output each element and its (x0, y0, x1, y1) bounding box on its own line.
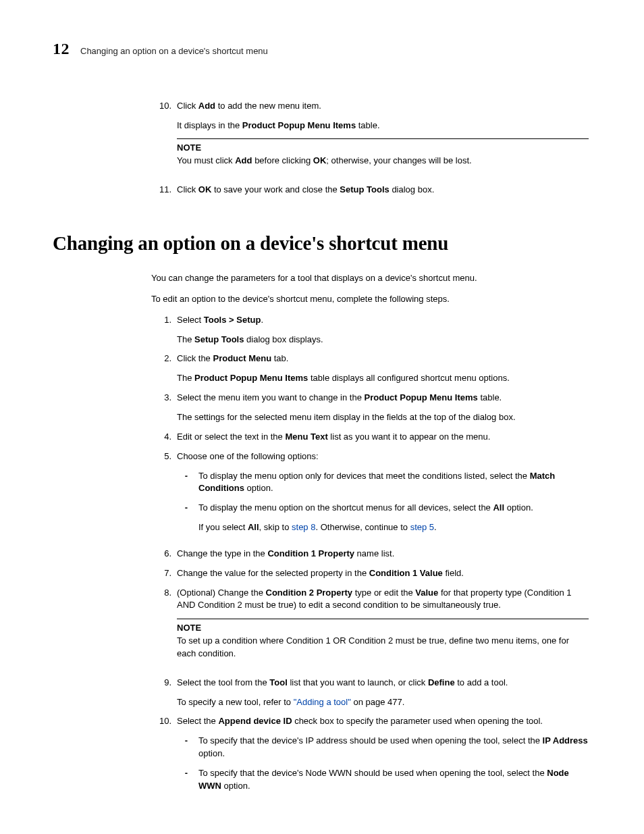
link-adding-a-tool[interactable]: "Adding a tool" (294, 697, 351, 707)
step-8: 8. (Optional) Change the Condition 2 Pro… (151, 587, 589, 670)
step-7: 7. Change the value for the selected pro… (151, 567, 589, 580)
step-4: 4. Edit or select the text in the Menu T… (151, 431, 589, 444)
text: Choose one of the following options: (177, 451, 319, 461)
sub: If you select All, skip to step 8. Other… (198, 521, 589, 534)
link-step-5[interactable]: step 5 (410, 522, 434, 532)
step-9: 9. Select the tool from the Tool list th… (151, 677, 589, 709)
step-number: 10. (151, 100, 177, 113)
sub: The Setup Tools dialog box displays. (177, 334, 589, 346)
steps-list: 1. Select Tools > Setup. The Setup Tools… (151, 314, 589, 800)
step-3: 3. Select the menu item you want to chan… (151, 392, 589, 424)
text: Click Add to add the new menu item. (177, 101, 321, 111)
step-number: 11. (151, 184, 177, 197)
step-number: 8. (151, 587, 177, 600)
intro-p1: You can change the parameters for a tool… (151, 272, 589, 285)
step-6: 6. Change the type in the Condition 1 Pr… (151, 548, 589, 561)
note-label: NOTE (177, 142, 589, 155)
note-text: You must click Add before clicking OK; o… (177, 155, 589, 167)
step-2: 2. Click the Product Menu tab. The Produ… (151, 353, 589, 385)
prior-step-11: 11. Click OK to save your work and close… (151, 184, 589, 197)
step-5: 5. Choose one of the following options: … (151, 450, 589, 541)
note-block: NOTE You must click Add before clicking … (177, 138, 589, 167)
sub: To specify a new tool, refer to "Adding … (177, 696, 589, 709)
section-heading: Changing an option on a device's shortcu… (53, 229, 589, 257)
step-10-bullets: - To specify that the device's IP addres… (177, 735, 589, 792)
bullet: - To display the menu option on the shor… (177, 502, 589, 534)
step-10: 10. Select the Append device ID check bo… (151, 715, 589, 799)
step-1: 1. Select Tools > Setup. The Setup Tools… (151, 314, 589, 346)
note-text: To set up a condition where Condition 1 … (177, 635, 589, 660)
bullet: - To display the menu option only for de… (177, 470, 589, 496)
step-number: 9. (151, 677, 177, 689)
running-header: 12 Changing an option on a device's shor… (53, 37, 589, 61)
prior-list: 10. Click Add to add the new menu item. … (151, 100, 589, 197)
dash-icon: - (177, 470, 198, 483)
step-number: 7. (151, 567, 177, 580)
link-step-8[interactable]: step 8 (292, 522, 315, 532)
step-number: 1. (151, 314, 177, 327)
chapter-number: 12 (53, 37, 70, 61)
note-block: NOTE To set up a condition where Conditi… (177, 619, 589, 660)
bullet: - To specify that the device's Node WWN … (177, 767, 589, 793)
prior-step-10: 10. Click Add to add the new menu item. … (151, 100, 589, 177)
sub: The Product Popup Menu Items table displ… (177, 372, 589, 385)
step-5-bullets: - To display the menu option only for de… (177, 470, 589, 534)
intro-p2: To edit an option to the device's shortc… (151, 293, 589, 306)
note-label: NOTE (177, 622, 589, 635)
step-number: 4. (151, 431, 177, 444)
step-number: 6. (151, 548, 177, 561)
step-number: 10. (151, 715, 177, 728)
step-number: 2. (151, 353, 177, 365)
step-number: 5. (151, 450, 177, 463)
section-body: You can change the parameters for a tool… (151, 272, 589, 800)
sub: The settings for the selected menu item … (177, 411, 589, 424)
running-title: Changing an option on a device's shortcu… (80, 45, 268, 58)
page: 12 Changing an option on a device's shor… (0, 0, 644, 834)
sub: It displays in the Product Popup Menu It… (177, 120, 589, 132)
prior-steps: 10. Click Add to add the new menu item. … (151, 100, 589, 197)
bullet: - To specify that the device's IP addres… (177, 735, 589, 760)
dash-icon: - (177, 767, 198, 780)
dash-icon: - (177, 735, 198, 748)
step-number: 3. (151, 392, 177, 405)
dash-icon: - (177, 502, 198, 515)
